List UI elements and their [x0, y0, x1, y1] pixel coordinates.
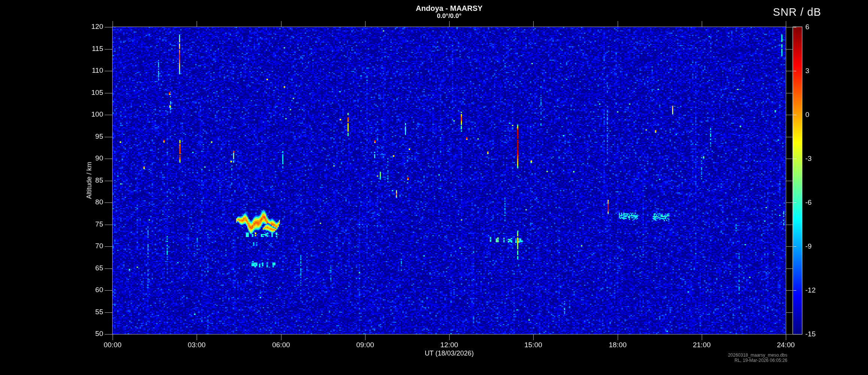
y-tick — [105, 159, 113, 159]
colorbar-title: SNR / dB — [773, 6, 821, 18]
y-tick — [105, 27, 113, 27]
colorbar-tick — [786, 137, 793, 137]
x-tick-top — [618, 21, 618, 27]
plot-subtitle: 0.0°/0.0° — [437, 12, 462, 20]
colorbar-tick-label: -3 — [805, 154, 812, 163]
x-tick-label: 15:00 — [524, 341, 542, 349]
colorbar-tick — [786, 225, 793, 225]
colorbar-tick-label: -12 — [805, 286, 815, 294]
colorbar-tick — [786, 202, 793, 203]
y-tick-label: 95 — [69, 132, 103, 141]
footer-info: 20260318_maarsy_meso.dbs RL, 19-Mar-2026… — [728, 352, 787, 363]
x-tick-bottom — [281, 334, 281, 340]
y-tick — [105, 181, 113, 181]
footer-timestamp: RL, 19-Mar-2026 06:05:26 — [728, 358, 787, 363]
y-tick-label: 80 — [69, 198, 103, 206]
x-tick-bottom — [197, 334, 197, 340]
x-tick-label: 21:00 — [693, 341, 711, 349]
colorbar-tick — [786, 312, 793, 313]
colorbar-tick — [786, 27, 793, 27]
x-tick-top — [197, 21, 197, 27]
y-tick — [105, 93, 113, 93]
x-tick-bottom — [702, 334, 702, 340]
colorbar-major-tick — [793, 334, 796, 334]
y-tick-label: 70 — [69, 242, 103, 250]
y-tick-label: 120 — [69, 22, 103, 31]
colorbar-tick — [786, 290, 793, 291]
y-tick — [105, 202, 113, 203]
colorbar-tick — [786, 93, 793, 93]
footer-filename: 20260318_maarsy_meso.dbs — [728, 352, 787, 358]
x-tick-top — [702, 21, 702, 27]
x-tick-bottom — [618, 334, 618, 340]
y-tick-label: 90 — [69, 154, 103, 162]
x-tick-label: 12:00 — [440, 341, 458, 349]
x-tick-top — [365, 21, 366, 27]
colorbar-tick — [786, 115, 793, 115]
y-tick-label: 110 — [69, 66, 103, 75]
colorbar-tick-label: 0 — [805, 111, 809, 119]
colorbar-tick-label: 3 — [805, 67, 809, 75]
y-tick-label: 105 — [69, 88, 103, 97]
x-tick-label: 18:00 — [609, 341, 627, 349]
x-tick-label: 06:00 — [272, 341, 290, 349]
x-tick-label: 24:00 — [777, 341, 795, 349]
y-tick-label: 100 — [69, 110, 103, 118]
colorbar-tick-label: -15 — [805, 330, 815, 338]
y-tick — [105, 312, 113, 313]
y-tick — [105, 49, 113, 50]
y-tick — [105, 115, 113, 115]
y-tick-label: 55 — [69, 308, 103, 316]
y-tick-label: 60 — [69, 286, 103, 294]
y-tick-label: 85 — [69, 176, 103, 184]
y-tick-label: 65 — [69, 264, 103, 272]
colorbar-tick — [786, 334, 793, 334]
x-tick-bottom — [449, 334, 450, 340]
colorbar-major-tick — [793, 202, 796, 203]
colorbar-tick — [786, 71, 793, 71]
colorbar-tick-label: -6 — [805, 198, 812, 207]
x-tick-bottom — [533, 334, 534, 340]
x-tick-bottom — [365, 334, 366, 340]
colorbar-tick — [786, 49, 793, 50]
plot-title: Andoya - MAARSY — [416, 4, 483, 13]
colorbar-major-tick — [793, 159, 796, 159]
y-tick-label: 75 — [69, 220, 103, 228]
colorbar-tick — [786, 246, 793, 247]
x-tick-top — [113, 21, 113, 27]
x-tick-label: 03:00 — [188, 341, 206, 349]
colorbar-major-tick — [793, 290, 796, 291]
colorbar-tick — [786, 181, 793, 181]
x-axis-label: UT (18/03/2026) — [425, 350, 474, 357]
x-tick-top — [281, 21, 281, 27]
colorbar-major-tick — [793, 115, 796, 115]
y-tick — [105, 137, 113, 137]
colorbar-tick — [786, 159, 793, 159]
colorbar-tick-label: 6 — [805, 23, 809, 31]
colorbar-major-tick — [793, 27, 796, 27]
y-tick — [105, 290, 113, 291]
colorbar-tick — [786, 268, 793, 269]
y-tick-label: 115 — [69, 45, 103, 53]
y-tick — [105, 246, 113, 247]
y-tick-label: 50 — [69, 330, 103, 338]
x-tick-label: 09:00 — [356, 341, 374, 349]
y-tick — [105, 71, 113, 71]
colorbar-major-tick — [793, 71, 796, 71]
y-tick — [105, 268, 113, 269]
x-tick-top — [449, 21, 450, 27]
colorbar-major-tick — [793, 246, 796, 247]
x-tick-bottom — [786, 334, 786, 340]
x-tick-bottom — [113, 334, 113, 340]
snr-heatmap-canvas — [0, 0, 868, 375]
x-tick-label: 00:00 — [104, 341, 122, 349]
y-tick — [105, 225, 113, 225]
y-tick — [105, 334, 113, 334]
radargram-page: Andoya - MAARSY 0.0°/0.0° SNR / dB Altit… — [0, 0, 868, 375]
x-tick-top — [533, 21, 534, 27]
colorbar-tick-label: -9 — [805, 242, 812, 250]
x-tick-top — [786, 21, 786, 27]
